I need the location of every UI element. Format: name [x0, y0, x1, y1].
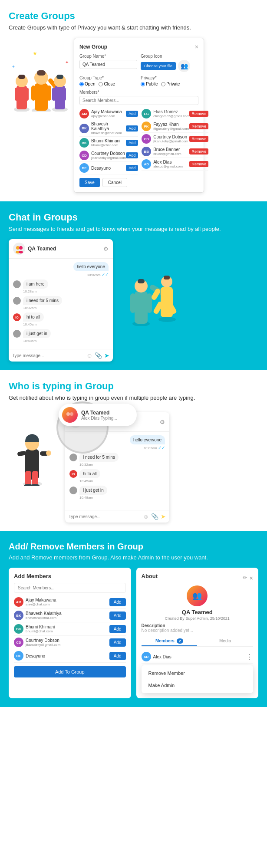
- msg-left-4: i just get in 10:48am: [13, 329, 109, 343]
- modal-add-member-btn[interactable]: Add: [126, 125, 138, 132]
- modal-remove-member-btn[interactable]: Remove: [189, 161, 208, 167]
- chat-group-name: QA Teamed: [28, 246, 56, 252]
- svg-rect-10: [31, 85, 36, 101]
- typing-attachment-icon[interactable]: 📎: [151, 513, 158, 520]
- typing-msg-bubble-3: hi to all: [79, 469, 100, 478]
- svg-rect-5: [25, 88, 29, 101]
- modal-row-name-icon: Group Name* Group Icon Choose your file …: [79, 54, 198, 72]
- add-member-btn[interactable]: Add: [109, 612, 126, 620]
- section-2-desc: Send messages to friends and get to know…: [9, 226, 258, 232]
- context-remove-member[interactable]: Remove Member: [142, 667, 254, 679]
- add-members-search[interactable]: [14, 583, 126, 593]
- typing-msg-bubble-4: i just get in: [79, 486, 107, 495]
- svg-rect-4: [15, 88, 18, 101]
- about-close-icon[interactable]: ×: [250, 575, 253, 582]
- svg-point-22: [16, 246, 20, 250]
- section-2-content: QA Teamed ⚙ hello everyone 10:02am ✓✓: [9, 239, 258, 362]
- privacy-private-label: Private: [166, 82, 180, 86]
- modal-right-member-left: FK Fayyaz Khan iftganutery@gmail.com: [142, 122, 189, 131]
- svg-text:✦: ✦: [65, 60, 69, 65]
- svg-rect-27: [135, 291, 148, 324]
- modal-add-member-btn[interactable]: Add: [126, 111, 138, 117]
- modal-close-icon[interactable]: ×: [195, 43, 198, 50]
- add-member-btn[interactable]: Add: [109, 598, 126, 606]
- type-open-option[interactable]: Open: [79, 82, 95, 86]
- modal-right-member-email: iftganutery@gmail.com: [153, 127, 189, 131]
- tab-members[interactable]: Members 2: [142, 636, 198, 646]
- typing-chat-wrapper: QA Teamed Alex Dias Typing... QA Team: [65, 408, 258, 523]
- modal-member-avatar: BK: [79, 124, 89, 133]
- privacy-private-option[interactable]: Private: [161, 82, 180, 86]
- group-name-input[interactable]: [79, 60, 137, 69]
- type-close-radio[interactable]: [99, 82, 103, 86]
- privacy-public-option[interactable]: Public: [141, 82, 158, 86]
- modal-right-member-name: Elias Gomez: [153, 109, 189, 114]
- svg-rect-3: [18, 75, 25, 79]
- section-4-content: Add Members AM Ajay Makawana ajay@chat.c…: [9, 568, 258, 698]
- about-header: About ✏ ×: [142, 573, 254, 583]
- modal-remove-member-btn[interactable]: Remove: [189, 111, 208, 117]
- add-to-group-button[interactable]: Add To Group: [14, 666, 126, 677]
- typing-send-icon[interactable]: ➤: [161, 513, 166, 520]
- context-make-admin[interactable]: Make Admin: [142, 679, 254, 691]
- add-member-avatar: DE: [14, 651, 23, 661]
- about-member-avatar: AD: [142, 652, 151, 661]
- section-1-content: ★ ✦ + New Group × Group Name* Group Icon: [9, 38, 258, 193]
- modal-remove-member-btn[interactable]: Remove: [189, 136, 208, 142]
- about-member-left: AD Alex Dias: [142, 652, 171, 661]
- modal-add-member-btn[interactable]: Add: [126, 152, 138, 158]
- modal-right-member-info: Courtney Dobson jikanuteky@gmail.com: [153, 135, 188, 143]
- modal-right-member-avatar: FK: [142, 122, 151, 131]
- chat-message-input[interactable]: [12, 353, 84, 358]
- modal-right-member-email: alexcd@gmail.com: [153, 164, 183, 168]
- add-member-btn[interactable]: Add: [109, 638, 126, 647]
- members-search-input[interactable]: [79, 96, 198, 105]
- modal-remove-member-btn[interactable]: Remove: [189, 148, 208, 155]
- modal-add-member-btn[interactable]: Add: [126, 140, 138, 146]
- typing-gear-icon[interactable]: ⚙: [160, 419, 165, 425]
- type-close-option[interactable]: Close: [99, 82, 115, 86]
- edit-icon[interactable]: ✏: [243, 575, 247, 582]
- modal-member-name: Courtney Dobson: [91, 151, 126, 156]
- section-create-groups: Create Groups Create Groups with type of…: [0, 0, 267, 201]
- modal-add-member-btn[interactable]: Add: [126, 165, 138, 171]
- add-member-btn[interactable]: Add: [109, 652, 126, 660]
- msg-avatar-3: IO: [13, 313, 21, 321]
- privacy-radio-group: Public Private: [141, 82, 198, 86]
- add-members-title: Add Members: [14, 573, 126, 579]
- add-member-btn[interactable]: Add: [109, 625, 126, 633]
- cancel-button[interactable]: Cancel: [102, 178, 127, 187]
- type-close-label: Close: [104, 82, 115, 86]
- privacy-public-radio[interactable]: [141, 82, 145, 86]
- about-member-more-icon[interactable]: ⋮: [246, 653, 253, 661]
- gear-icon[interactable]: ⚙: [103, 246, 109, 252]
- typing-msg-time-4: 10:48am: [79, 496, 107, 500]
- msg-bubble-1: i am here: [23, 279, 48, 289]
- members-section: AM Ajay Makawana ajay@chat.com Add BK Bh…: [79, 108, 198, 174]
- add-member-item: BK Bhavesh Kalathiya bhavesh@chat.com Ad…: [14, 609, 126, 622]
- section-typing: Who is typing in Group Get notified abou…: [0, 370, 267, 531]
- typing-sub-text: Alex Dias Typing...: [81, 416, 117, 421]
- type-open-radio[interactable]: [79, 82, 84, 86]
- attachment-icon[interactable]: 📎: [95, 352, 102, 359]
- typing-chat-message-input[interactable]: [69, 514, 141, 519]
- modal-member-avatar: AM: [79, 109, 89, 118]
- modal-remove-member-btn[interactable]: Remove: [189, 123, 208, 129]
- typing-emoji-icon[interactable]: ☺: [143, 513, 149, 520]
- modal-right-member-name: Bruce Banner: [153, 147, 181, 152]
- privacy-private-radio[interactable]: [161, 82, 165, 86]
- group-name-col: Group Name*: [79, 54, 137, 72]
- add-member-item: DE Desayuno Add: [14, 649, 126, 663]
- choose-file-btn[interactable]: Choose your file: [141, 62, 176, 70]
- emoji-icon[interactable]: ☺: [86, 352, 92, 359]
- typing-indicator-popup: QA Teamed Alex Dias Typing...: [59, 404, 137, 426]
- tab-media[interactable]: Media: [197, 636, 253, 646]
- svg-rect-9: [37, 70, 46, 76]
- svg-rect-47: [17, 450, 26, 456]
- add-member-info: Desayuno: [26, 654, 45, 658]
- modal-member-info: Bhumi Khimani bhumi@chat.com: [91, 138, 120, 147]
- save-button[interactable]: Save: [79, 178, 100, 187]
- send-icon[interactable]: ➤: [104, 352, 109, 359]
- modal-member-name: Ajay Makawana: [91, 109, 122, 114]
- svg-rect-18: [63, 88, 66, 101]
